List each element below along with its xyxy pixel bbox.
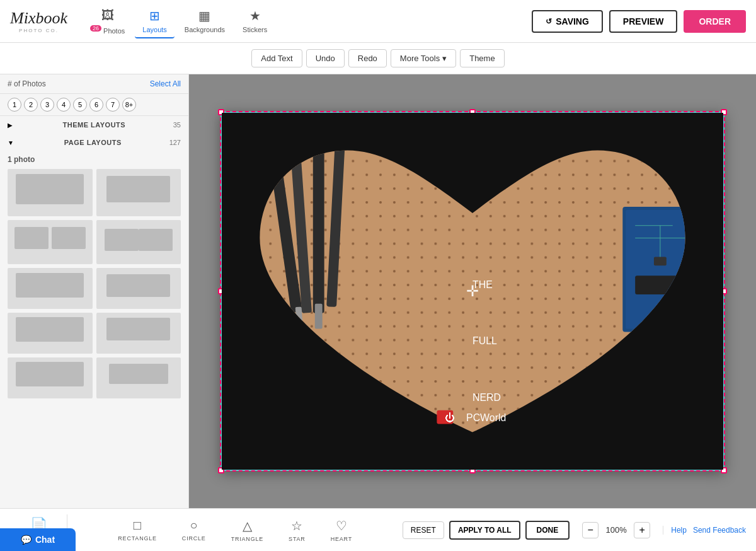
undo-button[interactable]: Undo xyxy=(306,49,345,67)
layout-thumb[interactable] xyxy=(8,169,93,216)
filter-6[interactable]: 6 xyxy=(89,98,103,112)
svg-text:⏻: ⏻ xyxy=(445,412,455,423)
done-button[interactable]: DONE xyxy=(525,521,570,540)
layout-grid xyxy=(0,166,188,403)
saving-button[interactable]: ↺ SAVING xyxy=(532,10,603,33)
page-layouts-count: 127 xyxy=(169,139,181,146)
main-layout: # of Photos Select All 1 2 3 4 5 6 7 8+ … xyxy=(0,74,756,508)
logo: Mixbook PHOTO CO. xyxy=(10,9,67,33)
dropdown-arrow-icon: ▾ xyxy=(442,54,447,63)
layouts-icon: ⊞ xyxy=(149,8,160,23)
layout-thumb[interactable] xyxy=(8,268,93,309)
nav-backgrounds[interactable]: ▦ Backgrounds xyxy=(177,4,232,38)
backgrounds-icon: ▦ xyxy=(198,8,210,23)
nav-layouts[interactable]: ⊞ Layouts xyxy=(135,4,175,38)
star-label: STAR xyxy=(289,536,306,542)
stickers-icon: ★ xyxy=(249,8,261,23)
svg-text:NERD: NERD xyxy=(472,392,501,403)
filter-7[interactable]: 7 xyxy=(106,98,120,112)
bottom-toolbar: 📄 ALL PAGES □ RECTANGLE ○ CIRCLE △ TRIAN… xyxy=(0,508,756,551)
more-tools-button[interactable]: More Tools ▾ xyxy=(391,49,456,67)
redo-button[interactable]: Redo xyxy=(348,49,387,67)
photos-count-label: # of Photos xyxy=(8,79,46,88)
filter-4[interactable]: 4 xyxy=(57,98,71,112)
zoom-plus-button[interactable]: + xyxy=(634,522,650,538)
svg-rect-14 xyxy=(635,276,685,294)
reset-button[interactable]: RESET xyxy=(403,521,444,539)
nav-stickers[interactable]: ★ Stickers xyxy=(235,4,275,38)
header: Mixbook PHOTO CO. 🖼 26 Photos ⊞ Layouts … xyxy=(0,0,756,43)
theme-layouts-count: 35 xyxy=(173,121,181,129)
zoom-level: 100% xyxy=(604,525,629,535)
rectangle-shape-btn[interactable]: □ RECTANGLE xyxy=(105,516,169,544)
layout-thumb[interactable] xyxy=(96,268,181,309)
page-layouts-title: PAGE LAYOUTS xyxy=(64,139,122,146)
zoom-controls: − 100% + xyxy=(575,522,658,538)
select-all-link[interactable]: Select All xyxy=(150,79,181,88)
circle-shape-btn[interactable]: ○ CIRCLE xyxy=(169,516,219,544)
layout-thumb[interactable] xyxy=(8,313,93,354)
sidebar: # of Photos Select All 1 2 3 4 5 6 7 8+ … xyxy=(0,74,189,508)
nav-backgrounds-label: Backgrounds xyxy=(185,26,225,33)
expand-icon: ▶ xyxy=(8,122,13,129)
rectangle-label: RECTANGLE xyxy=(118,535,157,542)
sidebar-scroll: ▶ THEME LAYOUTS 35 ▼ PAGE LAYOUTS 127 1 … xyxy=(0,116,188,508)
nav-photos-label: 26 Photos xyxy=(90,25,125,35)
filter-8plus[interactable]: 8+ xyxy=(122,98,136,112)
photo-filter: 1 2 3 4 5 6 7 8+ xyxy=(0,94,188,116)
send-feedback-link[interactable]: Send Feedback xyxy=(693,526,746,535)
triangle-label: TRIANGLE xyxy=(231,536,263,542)
triangle-shape-btn[interactable]: △ TRIANGLE xyxy=(219,516,276,545)
heart-label: HEART xyxy=(331,536,352,542)
heart-icon: ♡ xyxy=(336,518,348,533)
chat-icon: 💬 xyxy=(21,535,32,545)
circle-label: CIRCLE xyxy=(182,535,206,542)
order-button[interactable]: ORDER xyxy=(684,10,746,33)
add-text-button[interactable]: Add Text xyxy=(251,49,302,67)
svg-text:THE: THE xyxy=(472,279,493,290)
canvas-image[interactable]: THE FULL NERD ⏻ PCWorld ✛ xyxy=(222,113,723,470)
filter-3[interactable]: 3 xyxy=(40,98,54,112)
triangle-icon: △ xyxy=(243,518,253,533)
secondary-toolbar: Add Text Undo Redo More Tools ▾ Theme xyxy=(0,43,756,74)
page-layouts-header[interactable]: ▼ PAGE LAYOUTS 127 xyxy=(0,134,188,151)
layout-thumb[interactable] xyxy=(96,169,181,216)
circle-icon: ○ xyxy=(190,518,198,533)
collapse-icon: ▼ xyxy=(8,139,14,146)
theme-layouts-title: THEME LAYOUTS xyxy=(63,121,126,129)
zoom-minus-button[interactable]: − xyxy=(582,522,598,538)
layout-thumb[interactable] xyxy=(96,220,181,264)
heart-svg: THE FULL NERD ⏻ PCWorld xyxy=(222,113,723,470)
feedback-area: Help Send Feedback xyxy=(663,526,746,535)
layout-thumb[interactable] xyxy=(8,357,93,398)
chat-button[interactable]: 💬 Chat xyxy=(0,528,76,551)
layout-thumb[interactable] xyxy=(96,357,181,398)
filter-2[interactable]: 2 xyxy=(24,98,38,112)
theme-button[interactable]: Theme xyxy=(460,49,504,67)
nav-layouts-label: Layouts xyxy=(142,26,167,33)
svg-rect-7 xyxy=(315,304,323,329)
svg-text:FULL: FULL xyxy=(472,335,497,346)
rectangle-icon: □ xyxy=(134,518,142,533)
preview-button[interactable]: PREVIEW xyxy=(609,10,678,33)
svg-rect-5 xyxy=(275,300,286,326)
canvas-page[interactable]: THE FULL NERD ⏻ PCWorld ✛ xyxy=(220,112,724,471)
svg-text:PCWorld: PCWorld xyxy=(466,412,506,423)
layout-thumb[interactable] xyxy=(96,313,181,354)
nav-photos[interactable]: 🖼 26 Photos xyxy=(83,4,132,38)
one-photo-label: 1 photo xyxy=(0,151,188,166)
bottom-right-tools: RESET APPLY TO ALL DONE − 100% + Help Se… xyxy=(403,521,746,540)
help-link[interactable]: Help xyxy=(671,526,687,535)
logo-text: Mixbook xyxy=(10,9,67,28)
canvas-area: THE FULL NERD ⏻ PCWorld ✛ xyxy=(189,74,756,508)
layout-thumb[interactable] xyxy=(8,220,93,264)
apply-all-button[interactable]: APPLY TO ALL xyxy=(449,521,520,540)
heart-shape-btn[interactable]: ♡ HEART xyxy=(318,516,365,545)
chat-label: Chat xyxy=(35,535,55,545)
filter-1[interactable]: 1 xyxy=(8,98,21,112)
theme-layouts-header[interactable]: ▶ THEME LAYOUTS 35 xyxy=(0,116,188,134)
filter-5[interactable]: 5 xyxy=(73,98,87,112)
star-shape-btn[interactable]: ☆ STAR xyxy=(276,516,318,545)
svg-rect-3 xyxy=(313,125,324,313)
nav-stickers-label: Stickers xyxy=(243,26,267,33)
